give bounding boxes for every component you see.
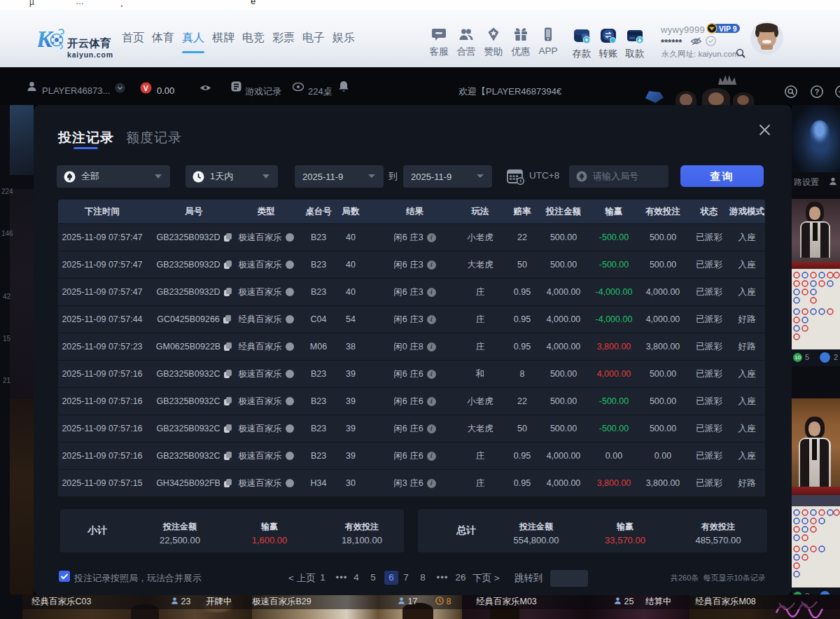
svg-text:V: V	[144, 84, 148, 92]
svg-text:?: ?	[815, 88, 820, 96]
svg-text:VIP 9: VIP 9	[719, 25, 737, 33]
